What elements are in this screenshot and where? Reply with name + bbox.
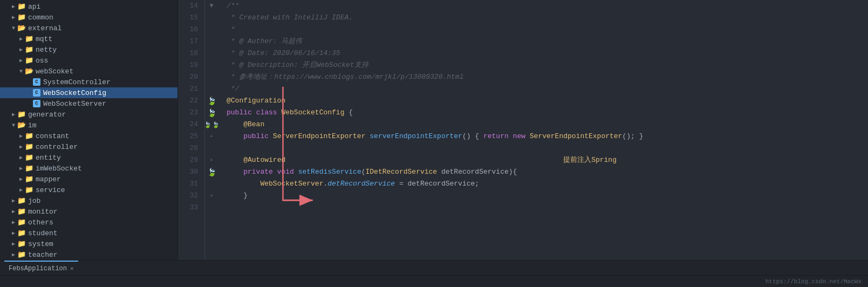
- sidebar-item-entity[interactable]: ▶ 📁 entity: [0, 152, 177, 163]
- line-numbers: 14 15 16 17 18 19 20 21 22 23 24 25 28 2…: [178, 0, 205, 260]
- code-line-16: *: [227, 24, 859, 36]
- code-line-18: * @ Date: 2020/06/16/14:35: [227, 47, 859, 59]
- gutter-23[interactable]: 🍃: [205, 107, 218, 119]
- gutter-25[interactable]: +: [205, 131, 218, 142]
- code-line-23: public class WebSocketConfig {: [227, 107, 859, 119]
- type-new-25: ServerEndpointExporter: [530, 131, 623, 142]
- sidebar-label-mapper: mapper: [36, 175, 61, 183]
- gutter-15: [205, 12, 218, 24]
- folder-icon-imwebsocket: 📁: [25, 164, 33, 173]
- sidebar-item-service[interactable]: ▶ 📁 service: [0, 184, 177, 195]
- code-editor[interactable]: 14 15 16 17 18 19 20 21 22 23 24 25 28 2…: [178, 0, 868, 260]
- indent-24: [227, 119, 243, 131]
- sidebar-item-imwebsocket[interactable]: ▶ 📁 imWebSocket: [0, 163, 177, 174]
- arrow-imwebsocket: ▶: [17, 165, 25, 172]
- sidebar-item-system[interactable]: ▶ 📁 system: [0, 238, 177, 249]
- gutter-31: [205, 178, 218, 190]
- sidebar-item-monitor[interactable]: ▶ 📁 monitor: [0, 206, 177, 217]
- code-line-20: * 参考地址：https://www.cnblogs.com/mrjkl/p/1…: [227, 71, 859, 83]
- kw-public-25: public: [243, 131, 269, 142]
- sidebar-item-im[interactable]: ▼ 📂 im: [0, 120, 177, 131]
- sidebar-label-job: job: [28, 197, 40, 205]
- annotation-autowired: @Autowired: [243, 154, 285, 166]
- arrow-teacher: ▶: [10, 251, 17, 258]
- sidebar[interactable]: ▶ 📁 api ▶ 📁 common ▼ 📂 external ▶ 📁 mqtt…: [0, 0, 178, 260]
- folder-icon-constant: 📁: [25, 132, 33, 140]
- ln-23: 23: [178, 107, 198, 119]
- sp-23b: [277, 107, 282, 119]
- arrow-im: ▼: [10, 122, 17, 128]
- sidebar-label-teacher: teacher: [28, 251, 58, 259]
- folder-icon-mapper: 📁: [25, 175, 33, 183]
- gutter-21: [205, 83, 218, 95]
- sidebar-label-websocketserver: WebSocketServer: [43, 100, 106, 108]
- sidebar-label-common: common: [28, 13, 53, 22]
- ln-25: 25: [178, 131, 198, 142]
- folder-icon-monitor: 📁: [17, 207, 26, 216]
- folder-icon-others: 📁: [17, 218, 26, 227]
- folder-icon-controller: 📁: [25, 142, 33, 151]
- sp-30c: [437, 166, 441, 178]
- gutter-19: [205, 59, 218, 71]
- gutter-24[interactable]: 🍃 🍃: [205, 119, 218, 131]
- type-30: IDetRecordService: [366, 166, 438, 178]
- sidebar-item-generator[interactable]: ▶ 📁 generator: [0, 109, 177, 120]
- ln-32: 32: [178, 190, 198, 202]
- code-line-28: [227, 142, 859, 154]
- sidebar-label-constant: constant: [36, 132, 69, 140]
- sidebar-item-webscoket[interactable]: ▼ 📂 webScoket: [0, 66, 177, 77]
- sidebar-label-monitor: monitor: [28, 208, 58, 216]
- arrow-others: ▶: [10, 219, 17, 226]
- sidebar-item-oss[interactable]: ▶ 📁 oss: [0, 55, 177, 66]
- sidebar-item-mqtt[interactable]: ▶ 📁 mqtt: [0, 33, 177, 44]
- tab-label-febsapplication: FebsApplication: [9, 265, 67, 272]
- folder-icon-webscoket: 📂: [25, 67, 33, 76]
- code-line-15: * Created with IntelliJ IDEA.: [227, 12, 859, 24]
- sidebar-item-others[interactable]: ▶ 📁 others: [0, 217, 177, 228]
- arrow-service: ▶: [17, 187, 25, 193]
- gutter-30[interactable]: 🍃: [205, 166, 218, 178]
- sidebar-item-api[interactable]: ▶ 📁 api: [0, 1, 177, 12]
- sidebar-item-constant[interactable]: ▶ 📁 constant: [0, 131, 177, 141]
- sidebar-item-job[interactable]: ▶ 📁 job: [0, 195, 177, 206]
- sidebar-item-mapper[interactable]: ▶ 📁 mapper: [0, 174, 177, 184]
- sidebar-item-student[interactable]: ▶ 📁 student: [0, 228, 177, 238]
- folder-icon-netty: 📁: [25, 45, 33, 54]
- sidebar-item-websocketserver[interactable]: C WebSocketServer: [0, 98, 177, 109]
- code-line-32: }: [227, 190, 859, 202]
- code-area: 14 15 16 17 18 19 20 21 22 23 24 25 28 2…: [178, 0, 868, 260]
- ln-28: 28: [178, 142, 198, 154]
- sidebar-item-systemcontroller[interactable]: C SystemController: [0, 77, 177, 87]
- sidebar-item-external[interactable]: ▼ 📂 external: [0, 23, 177, 33]
- ln-19: 19: [178, 59, 198, 71]
- arrow-oss: ▶: [17, 57, 25, 64]
- kw-private-30: private: [243, 166, 273, 178]
- gutter-16: [205, 24, 218, 36]
- sidebar-item-controller[interactable]: ▶ 📁 controller: [0, 141, 177, 152]
- folder-icon-entity: 📁: [25, 153, 33, 162]
- paren-30a: (: [361, 166, 366, 178]
- ln-20: 20: [178, 71, 198, 83]
- gutter-29[interactable]: +: [205, 154, 218, 166]
- arrow-job: ▶: [10, 197, 17, 204]
- tab-close-icon[interactable]: ✕: [70, 265, 74, 272]
- sidebar-label-student: student: [28, 229, 58, 237]
- folder-icon-generator: 📁: [17, 110, 26, 119]
- gutter-32[interactable]: +: [205, 190, 218, 202]
- tab-febsapplication[interactable]: FebsApplication ✕: [4, 261, 78, 276]
- ln-24: 24: [178, 119, 198, 131]
- gutter-22[interactable]: 🍃: [205, 95, 218, 107]
- indent-30: [227, 166, 243, 178]
- arrow-entity: ▶: [17, 154, 25, 161]
- sidebar-item-netty[interactable]: ▶ 📁 netty: [0, 44, 177, 55]
- arrow-api: ▶: [10, 3, 17, 10]
- sidebar-item-common[interactable]: ▶ 📁 common: [0, 12, 177, 23]
- arrow-netty: ▶: [17, 46, 25, 53]
- sidebar-item-websocketconfig[interactable]: C WebSocketConfig: [0, 87, 177, 98]
- code-line-25: public ServerEndpointExporter serverEndp…: [227, 131, 859, 142]
- ln-18: 18: [178, 47, 198, 59]
- sidebar-item-teacher[interactable]: ▶ 📁 teacher: [0, 249, 177, 260]
- sidebar-label-mqtt: mqtt: [36, 35, 52, 43]
- sidebar-label-others: others: [28, 218, 53, 227]
- ln-17: 17: [178, 36, 198, 47]
